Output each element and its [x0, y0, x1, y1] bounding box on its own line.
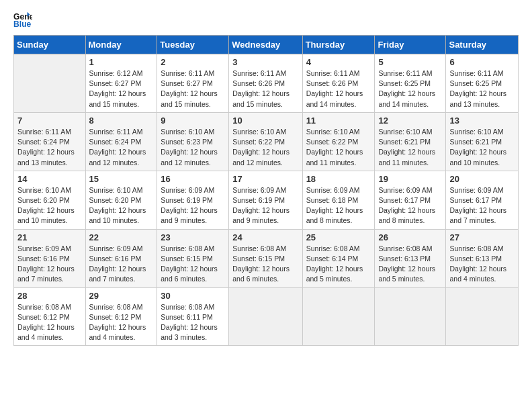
calendar-cell: [446, 287, 519, 346]
day-number: 9: [161, 116, 225, 126]
day-number: 20: [449, 174, 515, 184]
header-saturday: Saturday: [446, 36, 519, 54]
day-number: 13: [449, 116, 515, 126]
calendar-cell: 22Sunrise: 6:09 AM Sunset: 6:16 PM Dayli…: [85, 229, 157, 287]
calendar-cell: 18Sunrise: 6:09 AM Sunset: 6:18 PM Dayli…: [302, 171, 375, 229]
day-number: 5: [378, 57, 442, 67]
calendar-cell: 21Sunrise: 6:09 AM Sunset: 6:16 PM Dayli…: [14, 229, 86, 287]
calendar-cell: 13Sunrise: 6:10 AM Sunset: 6:21 PM Dayli…: [446, 112, 519, 171]
calendar: SundayMondayTuesdayWednesdayThursdayFrid…: [13, 35, 519, 346]
calendar-cell: 20Sunrise: 6:09 AM Sunset: 6:17 PM Dayli…: [446, 171, 519, 229]
day-info: Sunrise: 6:09 AM Sunset: 6:19 PM Dayligh…: [232, 185, 298, 226]
day-number: 27: [449, 232, 515, 242]
day-number: 17: [232, 174, 298, 184]
calendar-cell: 16Sunrise: 6:09 AM Sunset: 6:19 PM Dayli…: [157, 171, 229, 229]
calendar-cell: 1Sunrise: 6:12 AM Sunset: 6:27 PM Daylig…: [85, 54, 157, 113]
calendar-cell: 30Sunrise: 6:08 AM Sunset: 6:11 PM Dayli…: [157, 287, 229, 346]
day-info: Sunrise: 6:08 AM Sunset: 6:15 PM Dayligh…: [161, 244, 225, 285]
day-info: Sunrise: 6:09 AM Sunset: 6:16 PM Dayligh…: [17, 244, 82, 285]
day-info: Sunrise: 6:11 AM Sunset: 6:24 PM Dayligh…: [89, 127, 154, 168]
day-info: Sunrise: 6:09 AM Sunset: 6:17 PM Dayligh…: [449, 185, 515, 226]
day-number: 8: [89, 116, 154, 126]
day-info: Sunrise: 6:10 AM Sunset: 6:23 PM Dayligh…: [161, 127, 225, 168]
day-number: 28: [17, 291, 82, 301]
calendar-cell: 28Sunrise: 6:08 AM Sunset: 6:12 PM Dayli…: [14, 287, 86, 346]
day-number: 19: [378, 174, 442, 184]
logo-icon: General Blue: [13, 11, 32, 30]
day-number: 16: [161, 174, 225, 184]
header-sunday: Sunday: [14, 36, 86, 54]
day-info: Sunrise: 6:08 AM Sunset: 6:13 PM Dayligh…: [449, 244, 515, 285]
calendar-cell: 6Sunrise: 6:11 AM Sunset: 6:25 PM Daylig…: [446, 54, 519, 113]
day-info: Sunrise: 6:09 AM Sunset: 6:19 PM Dayligh…: [161, 185, 225, 226]
week-row-4: 28Sunrise: 6:08 AM Sunset: 6:12 PM Dayli…: [14, 287, 519, 346]
day-number: 22: [89, 232, 154, 242]
day-number: 2: [161, 57, 225, 67]
day-number: 3: [232, 57, 298, 67]
day-info: Sunrise: 6:11 AM Sunset: 6:24 PM Dayligh…: [17, 127, 82, 168]
day-info: Sunrise: 6:11 AM Sunset: 6:25 PM Dayligh…: [449, 68, 515, 109]
week-row-1: 7Sunrise: 6:11 AM Sunset: 6:24 PM Daylig…: [14, 112, 519, 171]
day-info: Sunrise: 6:08 AM Sunset: 6:12 PM Dayligh…: [17, 302, 82, 343]
day-info: Sunrise: 6:11 AM Sunset: 6:27 PM Dayligh…: [161, 68, 225, 109]
calendar-cell: 29Sunrise: 6:08 AM Sunset: 6:12 PM Dayli…: [85, 287, 157, 346]
day-number: 15: [89, 174, 154, 184]
calendar-cell: 23Sunrise: 6:08 AM Sunset: 6:15 PM Dayli…: [157, 229, 229, 287]
week-row-3: 21Sunrise: 6:09 AM Sunset: 6:16 PM Dayli…: [14, 229, 519, 287]
header-tuesday: Tuesday: [157, 36, 229, 54]
day-info: Sunrise: 6:10 AM Sunset: 6:22 PM Dayligh…: [232, 127, 298, 168]
day-number: 26: [378, 232, 442, 242]
day-number: 21: [17, 232, 82, 242]
header-wednesday: Wednesday: [229, 36, 302, 54]
day-info: Sunrise: 6:11 AM Sunset: 6:26 PM Dayligh…: [306, 68, 371, 109]
header-thursday: Thursday: [302, 36, 375, 54]
logo: General Blue: [13, 11, 35, 30]
header-monday: Monday: [85, 36, 157, 54]
day-number: 18: [306, 174, 371, 184]
calendar-cell: [14, 54, 86, 113]
calendar-cell: 11Sunrise: 6:10 AM Sunset: 6:22 PM Dayli…: [302, 112, 375, 171]
header: General Blue: [13, 11, 519, 30]
day-number: 14: [17, 174, 82, 184]
day-number: 6: [449, 57, 515, 67]
day-info: Sunrise: 6:08 AM Sunset: 6:15 PM Dayligh…: [232, 244, 298, 285]
calendar-cell: 26Sunrise: 6:08 AM Sunset: 6:13 PM Dayli…: [375, 229, 446, 287]
calendar-cell: 7Sunrise: 6:11 AM Sunset: 6:24 PM Daylig…: [14, 112, 86, 171]
calendar-cell: 10Sunrise: 6:10 AM Sunset: 6:22 PM Dayli…: [229, 112, 302, 171]
calendar-cell: 14Sunrise: 6:10 AM Sunset: 6:20 PM Dayli…: [14, 171, 86, 229]
calendar-cell: 24Sunrise: 6:08 AM Sunset: 6:15 PM Dayli…: [229, 229, 302, 287]
calendar-cell: 9Sunrise: 6:10 AM Sunset: 6:23 PM Daylig…: [157, 112, 229, 171]
day-number: 30: [161, 291, 225, 301]
day-number: 23: [161, 232, 225, 242]
calendar-cell: 2Sunrise: 6:11 AM Sunset: 6:27 PM Daylig…: [157, 54, 229, 113]
calendar-cell: 19Sunrise: 6:09 AM Sunset: 6:17 PM Dayli…: [375, 171, 446, 229]
calendar-cell: 25Sunrise: 6:08 AM Sunset: 6:14 PM Dayli…: [302, 229, 375, 287]
day-info: Sunrise: 6:09 AM Sunset: 6:18 PM Dayligh…: [306, 185, 371, 226]
calendar-cell: [302, 287, 375, 346]
calendar-cell: [375, 287, 446, 346]
day-info: Sunrise: 6:08 AM Sunset: 6:14 PM Dayligh…: [306, 244, 371, 285]
day-number: 4: [306, 57, 371, 67]
day-number: 24: [232, 232, 298, 242]
day-info: Sunrise: 6:10 AM Sunset: 6:22 PM Dayligh…: [306, 127, 371, 168]
calendar-cell: 3Sunrise: 6:11 AM Sunset: 6:26 PM Daylig…: [229, 54, 302, 113]
day-info: Sunrise: 6:10 AM Sunset: 6:20 PM Dayligh…: [89, 185, 154, 226]
calendar-cell: [229, 287, 302, 346]
day-info: Sunrise: 6:11 AM Sunset: 6:25 PM Dayligh…: [378, 68, 442, 109]
day-number: 12: [378, 116, 442, 126]
svg-text:Blue: Blue: [13, 19, 32, 29]
day-number: 1: [89, 57, 154, 67]
day-info: Sunrise: 6:10 AM Sunset: 6:21 PM Dayligh…: [449, 127, 515, 168]
day-info: Sunrise: 6:12 AM Sunset: 6:27 PM Dayligh…: [89, 68, 154, 109]
calendar-cell: 8Sunrise: 6:11 AM Sunset: 6:24 PM Daylig…: [85, 112, 157, 171]
day-info: Sunrise: 6:09 AM Sunset: 6:17 PM Dayligh…: [378, 185, 442, 226]
day-info: Sunrise: 6:08 AM Sunset: 6:11 PM Dayligh…: [161, 302, 225, 343]
calendar-cell: 27Sunrise: 6:08 AM Sunset: 6:13 PM Dayli…: [446, 229, 519, 287]
calendar-header-row: SundayMondayTuesdayWednesdayThursdayFrid…: [14, 36, 519, 54]
calendar-cell: 17Sunrise: 6:09 AM Sunset: 6:19 PM Dayli…: [229, 171, 302, 229]
header-friday: Friday: [375, 36, 446, 54]
calendar-cell: 4Sunrise: 6:11 AM Sunset: 6:26 PM Daylig…: [302, 54, 375, 113]
week-row-0: 1Sunrise: 6:12 AM Sunset: 6:27 PM Daylig…: [14, 54, 519, 113]
calendar-cell: 15Sunrise: 6:10 AM Sunset: 6:20 PM Dayli…: [85, 171, 157, 229]
day-info: Sunrise: 6:08 AM Sunset: 6:12 PM Dayligh…: [89, 302, 154, 343]
